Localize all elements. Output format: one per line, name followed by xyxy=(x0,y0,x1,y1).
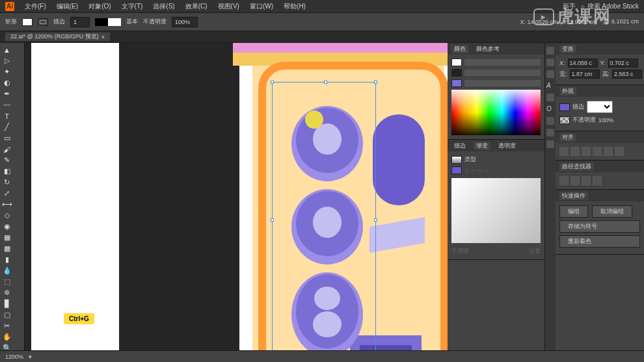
width-tool[interactable]: ⟷ xyxy=(1,199,12,210)
quick-title: 快速操作 xyxy=(559,192,588,200)
x-input[interactable] xyxy=(568,58,598,68)
align-left-icon[interactable] xyxy=(559,147,569,156)
artboard-tool[interactable]: ▢ xyxy=(1,309,12,320)
fill-swatch[interactable] xyxy=(22,18,33,26)
pathfinder-intersect-icon[interactable] xyxy=(582,176,591,185)
pen-tool[interactable]: ✒ xyxy=(1,88,12,99)
menu-help[interactable]: 帮助(H) xyxy=(278,2,311,11)
appearance-opacity-swatch[interactable] xyxy=(559,116,570,124)
hand-tool[interactable]: ✋ xyxy=(1,331,12,343)
blend-tool[interactable]: ⬚ xyxy=(1,276,12,287)
gradient-tool[interactable]: ▮ xyxy=(1,254,12,265)
color-swatch-3[interactable] xyxy=(451,79,462,87)
svg-rect-1 xyxy=(233,43,448,53)
document-tab[interactable]: 22.ai* @ 1200% (RGB/GPU 预览) × xyxy=(5,32,110,41)
tab-color-guide[interactable]: 颜色参考 xyxy=(474,45,502,53)
align-right-icon[interactable] xyxy=(582,147,591,156)
opentype-icon[interactable]: O xyxy=(546,105,554,113)
menu-file[interactable]: 文件(F) xyxy=(20,2,51,11)
gradient-opacity-field[interactable]: 不透明 xyxy=(451,247,469,255)
h-input[interactable] xyxy=(612,70,642,79)
opacity-input[interactable] xyxy=(172,17,198,27)
menu-object[interactable]: 对象(O) xyxy=(83,2,116,11)
gradient-stop-swatch[interactable] xyxy=(451,166,462,174)
stock-search[interactable]: ⌕ 搜索 Adobe Stock xyxy=(581,2,639,11)
magic-wand-tool[interactable]: ✦ xyxy=(1,66,12,77)
group-button[interactable]: 编组 xyxy=(559,205,588,218)
menu-effect[interactable]: 效果(C) xyxy=(180,2,213,11)
selection-tool[interactable]: ▲ xyxy=(1,44,12,55)
color-swatch-2[interactable] xyxy=(451,69,462,77)
canvas[interactable]: Ctrl+G xyxy=(25,43,448,350)
zoom-level[interactable]: 1200% xyxy=(5,354,23,360)
save-symbol-button[interactable]: 存储为符号 xyxy=(559,220,640,233)
shape-builder-tool[interactable]: ◉ xyxy=(1,221,12,232)
align-bottom-icon[interactable] xyxy=(615,147,624,156)
align-top-icon[interactable] xyxy=(593,147,602,156)
symbols-icon[interactable] xyxy=(546,140,554,148)
close-icon[interactable]: × xyxy=(101,34,105,40)
selection-type-label: 矩形 xyxy=(5,18,17,26)
curvature-tool[interactable]: 〰 xyxy=(1,99,12,110)
color-spectrum[interactable] xyxy=(451,90,541,135)
menu-view[interactable]: 视图(V) xyxy=(213,2,245,11)
column-graph-tool[interactable]: ▊ xyxy=(1,298,12,309)
perspective-tool[interactable]: ▦ xyxy=(1,232,12,243)
align-hcenter-icon[interactable] xyxy=(570,147,580,156)
rectangle-tool[interactable]: ▭ xyxy=(1,133,12,144)
color-swatch-1[interactable] xyxy=(451,58,462,66)
pathfinder-unite-icon[interactable] xyxy=(559,176,569,185)
gradient-position-field[interactable]: 位置 xyxy=(529,247,541,255)
stroke-weight-input[interactable] xyxy=(70,17,90,27)
symbol-sprayer-tool[interactable]: ✲ xyxy=(1,287,12,298)
properties-icon[interactable] xyxy=(546,47,554,55)
appearance-stroke-select[interactable] xyxy=(587,101,613,113)
line-tool[interactable]: ╱ xyxy=(1,122,12,133)
y-readout: Y: 3.9703 cm xyxy=(563,19,597,25)
menu-select[interactable]: 选择(S) xyxy=(148,2,180,11)
workspace-switcher[interactable]: 新手 xyxy=(557,2,581,11)
panel-icon-strip: A O xyxy=(545,43,556,350)
rotate-tool[interactable]: ↻ xyxy=(1,177,12,188)
align-vcenter-icon[interactable] xyxy=(604,147,613,156)
shaper-tool[interactable]: ✎ xyxy=(1,155,12,166)
pathfinder-exclude-icon[interactable] xyxy=(593,176,602,185)
gradient-preview[interactable] xyxy=(451,178,541,243)
w-input[interactable] xyxy=(570,70,600,79)
eraser-tool[interactable]: ◧ xyxy=(1,166,12,177)
free-transform-tool[interactable]: ◇ xyxy=(1,210,12,221)
tab-color[interactable]: 颜色 xyxy=(451,45,468,53)
tab-transparency[interactable]: 透明度 xyxy=(496,142,518,150)
lasso-tool[interactable]: ◐ xyxy=(1,77,12,88)
ungroup-button[interactable]: 取消编组 xyxy=(592,205,632,218)
direct-selection-tool[interactable]: ▷ xyxy=(1,55,12,66)
type-tool[interactable]: T xyxy=(1,110,12,122)
layers-icon[interactable] xyxy=(546,58,554,66)
tab-stroke[interactable]: 描边 xyxy=(451,142,468,150)
eyedropper-tool[interactable]: 💧 xyxy=(1,265,12,276)
zoom-tool[interactable]: 🔍 xyxy=(1,343,12,350)
swatches-icon[interactable] xyxy=(546,117,554,125)
y-input[interactable] xyxy=(608,58,638,68)
menu-window[interactable]: 窗口(W) xyxy=(245,2,278,11)
gradient-swatch[interactable] xyxy=(451,156,462,164)
brushes-icon[interactable] xyxy=(546,129,554,136)
stroke-swatch[interactable] xyxy=(38,18,48,26)
menu-edit[interactable]: 编辑(E) xyxy=(51,2,83,11)
paintbrush-tool[interactable]: 🖌 xyxy=(1,144,12,155)
scale-tool[interactable]: ⤢ xyxy=(1,188,12,199)
menu-type[interactable]: 文字(T) xyxy=(116,2,148,11)
pathfinder-minus-icon[interactable] xyxy=(570,176,580,185)
recolor-button[interactable]: 重新着色 xyxy=(559,235,640,248)
chevron-down-icon[interactable]: ▾ xyxy=(29,354,32,360)
mesh-tool[interactable]: ▩ xyxy=(1,243,12,254)
paragraph-icon[interactable] xyxy=(546,94,554,101)
stroke-style-preview[interactable] xyxy=(95,18,121,26)
appearance-fill-swatch[interactable] xyxy=(559,103,570,111)
libraries-icon[interactable] xyxy=(546,70,554,78)
appearance-opacity-label: 不透明度 xyxy=(572,116,596,124)
character-icon[interactable]: A xyxy=(546,82,554,90)
tab-gradient[interactable]: 渐变 xyxy=(474,142,490,150)
slice-tool[interactable]: ✂ xyxy=(1,320,12,331)
selection-bounding-box[interactable] xyxy=(272,82,376,350)
